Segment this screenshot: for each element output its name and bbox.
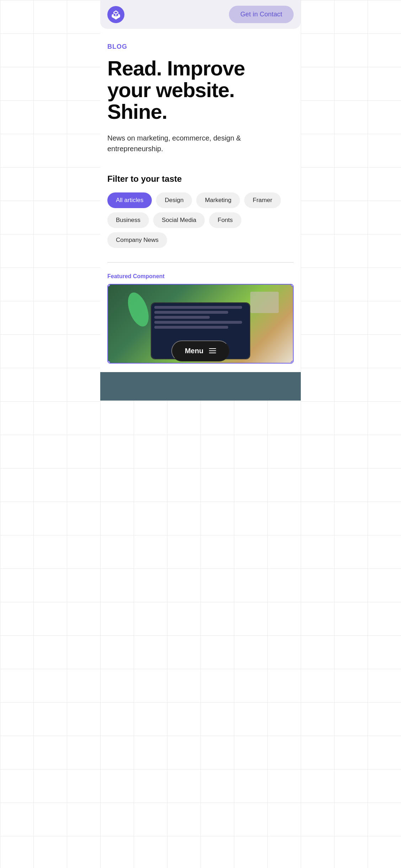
decorative-green [124, 290, 153, 329]
screen-bar-5 [154, 326, 228, 329]
tag-design[interactable]: Design [156, 192, 192, 208]
filter-title: Filter to your taste [107, 174, 294, 184]
menu-hamburger-icon [209, 348, 216, 353]
corner-handle-br [291, 361, 294, 364]
hero-section: BLOG Read. Improve your website. Shine. … [100, 29, 301, 174]
menu-label: Menu [185, 347, 203, 355]
filter-section: Filter to your taste All articles Design… [100, 174, 301, 259]
tag-fonts[interactable]: Fonts [209, 212, 241, 228]
bottom-bar [100, 372, 301, 401]
contact-button[interactable]: Get in Contact [229, 6, 294, 23]
tag-all-articles[interactable]: All articles [107, 192, 152, 208]
screen-bar-3 [154, 316, 210, 319]
menu-line-1 [209, 348, 216, 349]
logo-icon[interactable] [107, 6, 124, 23]
blog-label: BLOG [107, 43, 294, 51]
tag-marketing[interactable]: Marketing [196, 192, 240, 208]
screen-bar-2 [154, 311, 228, 314]
corner-handle-tr [291, 284, 294, 287]
featured-label: Featured Component [107, 273, 294, 280]
tag-social-media[interactable]: Social Media [153, 212, 205, 228]
hero-title: Read. Improve your website. Shine. [107, 58, 294, 123]
header: Get in Contact [100, 0, 301, 29]
screen-bar-1 [154, 306, 242, 309]
hero-subtitle: News on marketing, ecommerce, design & e… [107, 133, 294, 154]
tag-company-news[interactable]: Company News [107, 232, 167, 248]
screen-bar-4 [154, 321, 242, 324]
decorative-keyboard [250, 292, 279, 313]
tag-framer[interactable]: Framer [244, 192, 281, 208]
tag-business[interactable]: Business [107, 212, 149, 228]
filter-tags-container: All articles Design Marketing Framer Bus… [107, 192, 294, 248]
section-divider [107, 262, 294, 263]
menu-bar-button[interactable]: Menu [171, 340, 230, 361]
menu-line-3 [209, 353, 216, 353]
menu-line-2 [209, 350, 216, 351]
